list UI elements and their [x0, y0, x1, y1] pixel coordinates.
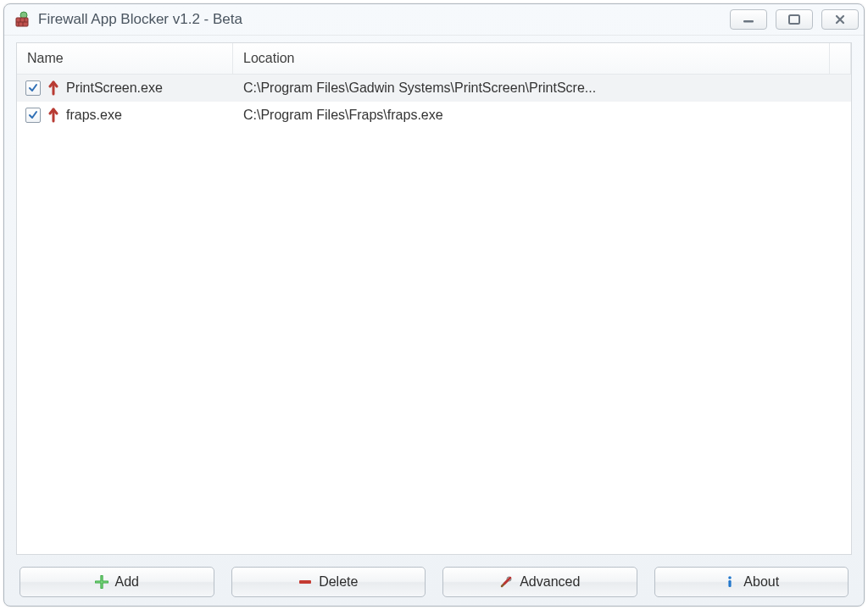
- info-icon: [723, 575, 737, 589]
- column-label: Name: [27, 51, 64, 66]
- block-arrow-icon: [47, 80, 59, 96]
- list-body[interactable]: PrintScreen.exeC:\Program Files\Gadwin S…: [17, 75, 851, 554]
- column-label: Location: [243, 51, 295, 66]
- svg-rect-12: [729, 580, 732, 587]
- cell-location: C:\Program Files\Gadwin Systems\PrintScr…: [233, 80, 851, 96]
- cell-name: PrintScreen.exe: [17, 80, 233, 96]
- table-row[interactable]: PrintScreen.exeC:\Program Files\Gadwin S…: [17, 75, 851, 102]
- close-button[interactable]: [821, 9, 859, 30]
- column-header-name[interactable]: Name: [17, 43, 233, 74]
- button-label: Advanced: [520, 574, 580, 590]
- column-header-location[interactable]: Location: [233, 43, 830, 74]
- app-icon: [14, 11, 31, 28]
- minus-icon: [298, 575, 312, 589]
- cell-location: C:\Program Files\Fraps\fraps.exe: [233, 108, 851, 123]
- row-checkbox[interactable]: [25, 80, 41, 96]
- titlebar[interactable]: Firewall App Blocker v1.2 - Beta: [4, 4, 864, 36]
- window-controls: [730, 9, 859, 30]
- svg-rect-8: [789, 15, 799, 24]
- add-button[interactable]: Add: [19, 567, 214, 597]
- block-arrow-icon: [47, 108, 59, 123]
- row-name: PrintScreen.exe: [66, 80, 163, 96]
- svg-point-11: [729, 576, 732, 579]
- about-button[interactable]: About: [654, 567, 849, 597]
- table-row[interactable]: fraps.exeC:\Program Files\Fraps\fraps.ex…: [17, 102, 851, 129]
- advanced-button[interactable]: Advanced: [442, 567, 637, 597]
- minimize-button[interactable]: [730, 9, 767, 30]
- app-window: Firewall App Blocker v1.2 - Beta Name Lo…: [3, 3, 865, 607]
- app-list[interactable]: Name Location PrintScreen.exeC:\Program …: [16, 42, 852, 555]
- delete-button[interactable]: Delete: [231, 567, 426, 597]
- row-name: fraps.exe: [66, 108, 122, 123]
- cell-name: fraps.exe: [17, 108, 233, 123]
- svg-rect-7: [743, 20, 754, 23]
- column-header-spacer: [830, 43, 851, 74]
- button-bar: Add Delete Advanced: [16, 567, 852, 597]
- button-label: About: [743, 574, 779, 590]
- svg-rect-9: [299, 580, 311, 584]
- client-area: Name Location PrintScreen.exeC:\Program …: [16, 42, 852, 597]
- button-label: Add: [115, 574, 139, 590]
- button-label: Delete: [319, 574, 358, 590]
- list-header: Name Location: [17, 43, 851, 75]
- row-checkbox[interactable]: [25, 108, 41, 123]
- maximize-button[interactable]: [776, 9, 813, 30]
- tools-icon: [499, 575, 513, 589]
- window-title: Firewall App Blocker v1.2 - Beta: [38, 11, 730, 28]
- plus-icon: [95, 575, 108, 589]
